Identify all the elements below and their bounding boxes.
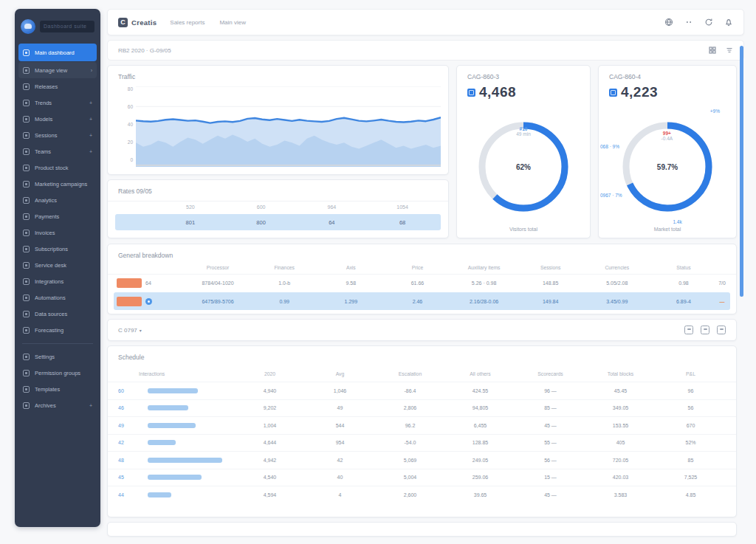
sidebar-item-label: Archives	[35, 402, 84, 409]
table-cell: 6,455	[445, 423, 515, 428]
row-id-link[interactable]: 49	[118, 423, 148, 428]
table-row[interactable]: 469,202492,80694,80585 —349.0556	[108, 399, 736, 417]
mini-cell: 801	[155, 219, 226, 226]
menu-item-icon	[23, 197, 30, 204]
globe-icon[interactable]	[664, 18, 673, 27]
bell-icon[interactable]	[724, 18, 733, 27]
brand-name: Creatis	[131, 18, 157, 27]
sidebar-item-integrations[interactable]: Integrations	[18, 274, 97, 289]
sidebar-item-label: Settings	[35, 354, 92, 360]
sidebar-item-label: Automations	[35, 295, 92, 301]
app-logo-icon[interactable]	[21, 19, 35, 34]
sort-icon[interactable]	[725, 47, 733, 55]
schedule-col-header[interactable]: Escalation	[375, 371, 445, 376]
sidebar-item-marketing-campaigns[interactable]: Marketing campaigns	[18, 176, 97, 192]
donut1-title: CAG-860-3	[457, 66, 590, 80]
sidebar-item-archives[interactable]: Archives+	[18, 398, 97, 413]
schedule-col-header[interactable]: Avg	[305, 371, 375, 376]
table-cell: 3.583	[585, 492, 656, 497]
menu-item-icon	[23, 67, 30, 74]
sidebar-item-label: Marketing campaigns	[35, 181, 92, 187]
sidebar-item-product-stock[interactable]: Product stock	[18, 160, 97, 176]
table-row[interactable]: 6475/89-57060.991.2992.462.16/28-0.06149…	[114, 292, 730, 310]
row-id-link[interactable]: 60	[118, 388, 148, 393]
table-cell: 249.05	[445, 458, 515, 463]
sidebar-item-manage-view[interactable]: Manage view›	[18, 62, 97, 78]
table-row[interactable]: 454,540405,004259.0615 —420.037,525	[108, 469, 736, 486]
sidebar-item-templates[interactable]: Templates	[18, 382, 97, 397]
schedule-col-header[interactable]: 2020	[235, 371, 305, 376]
schedule-col-header[interactable]: All others	[445, 371, 515, 376]
menu-item-icon	[23, 132, 30, 139]
sidebar-item-main-dashboard[interactable]: Main dashboard	[18, 44, 97, 61]
sidebar-item-invoices[interactable]: Invoices	[18, 225, 97, 241]
schedule-col-header[interactable]: Interactions	[118, 371, 235, 376]
toolbar-card: C 0797▾	[107, 319, 737, 341]
sidebar-item-teams[interactable]: Teams+	[18, 144, 97, 159]
schedule-col-header[interactable]: Scorecards	[515, 371, 585, 376]
nav-link-reports[interactable]: Sales reports	[170, 19, 205, 26]
mini-table-highlight-row[interactable]: 8018006468	[115, 214, 441, 230]
table-row[interactable]: 424,644954-54.0128.8555 —40552%	[108, 434, 736, 452]
sidebar-item-subscriptions[interactable]: Subscriptions	[18, 241, 97, 257]
table-row[interactable]: 604,9401,046-86.4424.5596 —45.4596	[108, 382, 736, 399]
sidebar-item-data-sources[interactable]: Data sources	[18, 306, 97, 322]
menu-item-icon	[23, 370, 30, 376]
table-cell: 45 —	[515, 492, 585, 497]
download-icon[interactable]	[717, 326, 726, 334]
row-badge-cell	[117, 297, 185, 306]
table-cell: 8784/04-1020	[185, 280, 251, 286]
toolbar-dropdown[interactable]: C 0797▾	[118, 327, 142, 334]
table-cell: 94,805	[445, 405, 515, 410]
row-id-link[interactable]: 46	[118, 405, 148, 410]
sidebar-item-payments[interactable]: Payments	[18, 209, 97, 224]
sidebar-item-models[interactable]: Models+	[18, 111, 97, 127]
table-cell: 55 —	[515, 440, 585, 445]
schedule-title: Schedule	[108, 346, 736, 361]
dots-icon[interactable]	[684, 18, 693, 27]
sidebar-item-automations[interactable]: Automations	[18, 290, 97, 306]
navbar-brand[interactable]: C Creatis	[118, 18, 157, 27]
schedule-col-header[interactable]: P&L	[656, 371, 726, 376]
row-id-link[interactable]: 44	[118, 492, 148, 497]
copy-icon[interactable]	[684, 326, 693, 334]
scrollbar-thumb[interactable]	[740, 46, 743, 297]
sidebar-item-label: Models	[35, 116, 84, 123]
table-cell: 1.299	[317, 299, 384, 304]
table-row[interactable]: 484,942425,069249.0556 —720.0585	[108, 451, 736, 469]
schedule-col-header[interactable]: Total blocks	[585, 371, 656, 376]
chevron-down-icon: ▾	[140, 328, 142, 333]
sidebar-item-analytics[interactable]: Analytics	[18, 193, 97, 208]
sidebar-item-mark: +	[89, 117, 92, 122]
row-id-link[interactable]: 48	[118, 458, 148, 463]
donut1-center-label: 62%	[516, 162, 531, 171]
sidebar-item-trends[interactable]: Trends+	[18, 95, 97, 111]
nav-link-main-view[interactable]: Main view	[219, 19, 246, 26]
sidebar-item-mark: +	[89, 403, 92, 408]
refresh-icon[interactable]	[704, 18, 713, 27]
sidebar: Dashboard suite Main dashboardManage vie…	[15, 9, 100, 527]
table-cell: 3.45/0.99	[584, 299, 650, 304]
layout-icon[interactable]	[701, 326, 709, 334]
table-row[interactable]: 444,59442,60039.6545 —3.5834.85	[108, 486, 736, 503]
row-id-link[interactable]: 45	[118, 475, 148, 480]
table-row[interactable]: 491,00454496.26,45545 —153.55670	[108, 416, 736, 434]
sidebar-item-label: Templates	[35, 386, 92, 393]
sidebar-item-releases[interactable]: Releases	[18, 79, 97, 94]
row-id-link[interactable]: 42	[118, 440, 148, 445]
table-row[interactable]: 648784/04-10201.0-b9.5861.665.26 · 0.981…	[108, 274, 736, 292]
donut-card-2: CAG-860-4 4,223 59.7% +9% 99+ -0.4A 068 …	[598, 65, 737, 238]
sidebar-item-label: Permission groups	[35, 370, 92, 376]
menu-item-icon	[23, 116, 30, 123]
sidebar-item-service-desk[interactable]: Service desk	[18, 258, 97, 273]
sidebar-item-label: Releases	[35, 83, 92, 90]
sidebar-item-settings[interactable]: Settings	[18, 349, 97, 365]
grid-icon[interactable]	[708, 47, 716, 55]
sidebar-item-permission-groups[interactable]: Permission groups	[18, 365, 97, 381]
menu-item-icon	[23, 83, 30, 90]
collapse-dash-icon[interactable]: —	[717, 299, 727, 304]
table-cell: 4,942	[235, 458, 305, 463]
menu-item-icon	[23, 181, 30, 187]
sidebar-item-sessions[interactable]: Sessions+	[18, 128, 97, 143]
sidebar-item-forecasting[interactable]: Forecasting	[18, 323, 97, 338]
